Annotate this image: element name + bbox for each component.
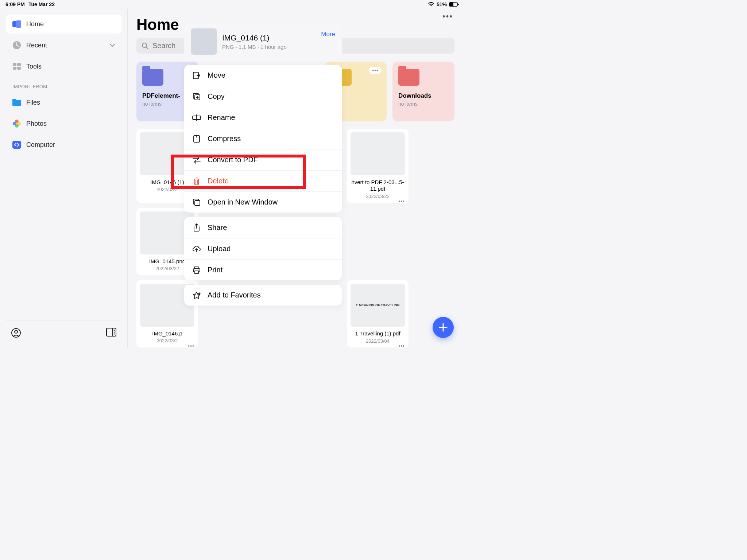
svg-line-20: [146, 47, 148, 49]
menu-label: Rename: [208, 113, 235, 122]
menu-rename[interactable]: Rename: [184, 107, 342, 128]
menu-label: Move: [208, 71, 225, 79]
menu-share[interactable]: Share: [184, 217, 342, 238]
sidebar-item-home[interactable]: Home: [6, 15, 121, 34]
context-menu-popup: IMG_0146 (1) PNG · 1.1 MB · 1 hour ago M…: [184, 23, 342, 306]
file-name: nvert to PDF 2-03...5-11.pdf: [351, 179, 405, 192]
file-name: 1 Travelling (1).pdf: [351, 330, 405, 337]
share-icon: [192, 223, 201, 232]
popup-thumbnail: [191, 28, 217, 55]
sidebar-label: Computer: [26, 141, 55, 149]
file-card[interactable]: nvert to PDF 2-03...5-11.pdf 2022/03/22 …: [347, 129, 409, 203]
sidebar-label: Recent: [26, 42, 47, 49]
svg-point-17: [114, 332, 115, 333]
menu-label: Open in New Window: [208, 198, 278, 206]
upload-icon: [192, 245, 201, 253]
file-thumbnail: [351, 132, 405, 175]
status-date: Tue Mar 22: [28, 1, 55, 7]
svg-rect-11: [12, 141, 21, 149]
menu-label: Delete: [208, 177, 229, 185]
menu-label: Add to Favorites: [208, 291, 261, 299]
chevron-down-icon: [110, 44, 115, 47]
sidebar-item-files[interactable]: Files: [6, 93, 121, 112]
file-date: 2022/03/22: [351, 194, 405, 199]
menu-convert-to-pdf[interactable]: Convert to PDF: [184, 149, 342, 171]
battery-icon: [449, 2, 458, 7]
folder-download-icon: [398, 69, 419, 86]
rename-icon: [192, 114, 201, 121]
panel-toggle-icon[interactable]: [106, 328, 116, 338]
svg-point-13: [15, 330, 18, 333]
window-icon: [192, 198, 201, 206]
menu-add-favorites[interactable]: Add to Favorites: [184, 285, 342, 306]
tools-icon: [12, 62, 21, 71]
menu-print[interactable]: Print: [184, 260, 342, 280]
menu-copy[interactable]: Copy: [184, 86, 342, 107]
svg-rect-3: [13, 63, 16, 66]
sidebar-item-photos[interactable]: Photos: [6, 114, 121, 133]
search-icon: [142, 42, 149, 50]
popup-file-title: IMG_0146 (1): [222, 34, 287, 42]
folder-cloud-icon: [142, 69, 163, 86]
file-more-icon[interactable]: •••: [398, 343, 405, 347]
card-more-icon[interactable]: •••: [369, 67, 382, 74]
svg-rect-5: [13, 67, 16, 70]
menu-upload[interactable]: Upload: [184, 238, 342, 260]
status-time: 6:09 PM: [5, 1, 25, 7]
sidebar-label: Tools: [26, 63, 42, 70]
battery-percent: 51%: [437, 1, 447, 7]
popup-more-link[interactable]: More: [321, 28, 335, 38]
sidebar-item-tools[interactable]: Tools: [6, 57, 121, 76]
svg-rect-6: [17, 67, 21, 70]
folder-sub: no items: [398, 101, 449, 107]
file-thumbnail: E MEANING OF TRAVELING: [351, 284, 405, 327]
folder-icon: [12, 98, 21, 107]
photos-icon: [12, 119, 21, 128]
svg-point-16: [114, 330, 115, 331]
svg-rect-4: [17, 63, 21, 66]
menu-label: Convert to PDF: [208, 156, 258, 164]
sidebar: Home Recent Tools IMPORT FROM Files: [0, 9, 128, 347]
wifi-icon: [428, 2, 434, 7]
menu-delete[interactable]: Delete: [184, 171, 342, 192]
home-app-icon: [12, 20, 21, 28]
account-icon[interactable]: [11, 328, 21, 338]
popup-file-meta: PNG · 1.1 MB · 1 hour ago: [222, 44, 287, 50]
convert-icon: [192, 156, 201, 164]
menu-label: Print: [208, 266, 222, 274]
svg-rect-32: [195, 271, 198, 273]
menu-label: Share: [208, 223, 227, 232]
file-name: IMG_0146.p: [140, 330, 194, 337]
menu-move[interactable]: Move: [184, 65, 342, 86]
move-icon: [192, 71, 201, 79]
svg-point-18: [114, 334, 115, 335]
copy-icon: [192, 93, 201, 101]
sidebar-label: Home: [26, 20, 44, 28]
computer-icon: [12, 140, 21, 149]
more-menu-icon[interactable]: •••: [442, 12, 453, 21]
folder-name: Downloads: [398, 92, 449, 100]
file-more-icon[interactable]: •••: [188, 343, 194, 347]
sidebar-item-recent[interactable]: Recent: [6, 36, 121, 55]
menu-open-new-window[interactable]: Open in New Window: [184, 192, 342, 213]
svg-rect-29: [195, 201, 200, 206]
folder-card-downloads[interactable]: Downloads no items: [392, 62, 454, 121]
svg-point-19: [142, 43, 147, 47]
compress-icon: [192, 135, 201, 143]
sidebar-label: Photos: [26, 120, 47, 128]
menu-label: Upload: [208, 245, 231, 253]
file-date: 2022/03/04: [351, 338, 405, 344]
sidebar-label: Files: [26, 99, 40, 106]
delete-icon: [192, 177, 201, 185]
add-button[interactable]: [433, 317, 454, 338]
status-bar: 6:09 PM Tue Mar 22 51%: [0, 0, 463, 9]
svg-rect-1: [16, 20, 21, 28]
file-card[interactable]: E MEANING OF TRAVELING 1 Travelling (1).…: [347, 280, 409, 347]
svg-point-10: [13, 122, 16, 125]
menu-label: Copy: [208, 92, 225, 101]
sidebar-item-computer[interactable]: Computer: [6, 135, 121, 154]
popup-header: IMG_0146 (1) PNG · 1.1 MB · 1 hour ago M…: [184, 23, 342, 61]
file-more-icon[interactable]: •••: [398, 198, 405, 204]
menu-compress[interactable]: Compress: [184, 128, 342, 149]
menu-label: Compress: [208, 135, 241, 143]
